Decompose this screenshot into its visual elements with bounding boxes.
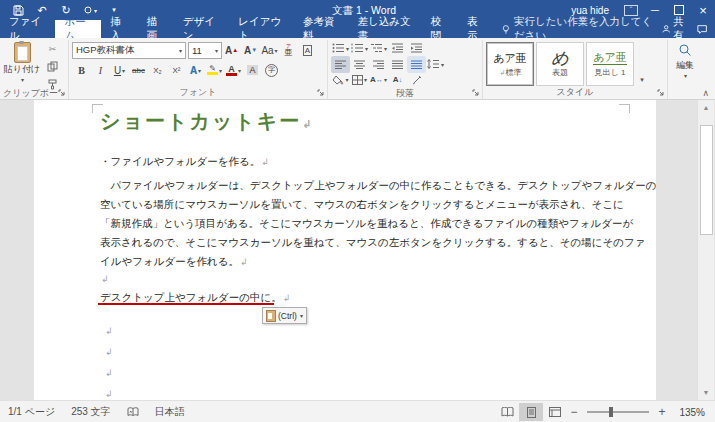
document-line[interactable]: パファイルやフォルダーは、デスクトップ上やフォルダーの中に作ることもできる。デス… — [100, 176, 656, 195]
multilevel-list-icon — [370, 43, 383, 53]
tab-design[interactable]: デザイン — [174, 20, 229, 38]
paint-bucket-icon — [332, 75, 344, 85]
align-right-button[interactable] — [369, 56, 388, 73]
zoom-out-button[interactable]: − — [567, 405, 581, 419]
scroll-up-arrow[interactable]: ▲ — [698, 100, 714, 115]
scrollbar-thumb[interactable] — [700, 125, 713, 235]
align-left-button[interactable] — [331, 56, 350, 73]
grow-font-button[interactable]: A▲ — [222, 42, 241, 59]
character-scale-button[interactable]: A↔▾ — [369, 71, 388, 88]
styles-dialog-launcher[interactable] — [657, 89, 665, 97]
document-line[interactable]: 表示されるので、そこにマウスカーソルを重ねて、マウスの左ボタンをクリックする。す… — [100, 233, 646, 252]
highlight-button[interactable]: ✎▾ — [205, 62, 224, 79]
tab-references[interactable]: 参考資料 — [294, 20, 349, 38]
tab-home[interactable]: ホーム — [55, 20, 101, 38]
decrease-indent-button[interactable] — [388, 40, 407, 57]
tab-view[interactable]: 表示 — [458, 20, 494, 38]
zoom-level[interactable]: 135% — [669, 407, 715, 418]
increase-indent-button[interactable] — [407, 40, 426, 57]
distribute-button[interactable] — [407, 56, 426, 73]
scissors-icon: ✂ — [49, 44, 57, 54]
text-boundary-corner-icon — [619, 104, 630, 113]
bullets-button[interactable]: ▾ — [331, 40, 350, 57]
tab-draw[interactable]: 描画 — [137, 20, 173, 38]
paste-options-clipboard-icon — [266, 310, 276, 322]
copy-button[interactable] — [43, 58, 62, 75]
editing-label: 編集 — [676, 59, 694, 72]
paste-button[interactable]: 貼り付け ▾ — [3, 40, 41, 83]
tab-layout[interactable]: レイアウト — [229, 20, 294, 38]
web-layout-button[interactable] — [543, 403, 567, 421]
style-heading1[interactable]: あア亜 見出し 1 — [586, 42, 634, 86]
justify-button[interactable] — [388, 56, 407, 73]
user-name[interactable]: yua hide — [571, 5, 609, 16]
collapse-ribbon-button[interactable]: ∧ — [702, 88, 709, 98]
zoom-slider[interactable] — [587, 411, 649, 413]
style-title[interactable]: め 表題 — [536, 42, 584, 86]
line-spacing-button[interactable]: ▾ — [426, 56, 445, 73]
change-case-button[interactable]: Aa▾ — [260, 42, 279, 59]
comment-icon[interactable] — [697, 24, 707, 35]
tell-me-box[interactable]: 実行したい作業を入力してください — [502, 20, 662, 38]
paragraph-group: ▾ ▾ ▾ ▾ ▾ ▾ A↔▾ A — [328, 40, 483, 99]
word-count-indicator[interactable]: 253 文字 — [63, 401, 118, 422]
subscript-button[interactable]: X₂ — [148, 62, 167, 79]
zoom-in-button[interactable]: + — [655, 405, 669, 419]
borders-icon — [352, 75, 363, 85]
ribbon-display-icon: ⌃ — [624, 5, 638, 16]
strikethrough-button[interactable]: abc — [129, 62, 148, 79]
font-color-button[interactable]: A▾ — [224, 62, 243, 79]
document-line[interactable]: イルやフォルダーを作れる。↲ — [100, 252, 248, 271]
superscript-button[interactable]: X² — [167, 62, 186, 79]
tab-mailings[interactable]: 差し込み文書 — [348, 20, 421, 38]
document-page[interactable]: ショートカットキー↲ ・ファイルやフォルダーを作る。↲ パファイルやフォルダーは… — [34, 100, 656, 400]
zoom-slider-thumb[interactable] — [609, 407, 613, 417]
tab-file[interactable]: ファイル — [0, 20, 55, 38]
font-name-select[interactable]: HGP教科書体▾ — [72, 42, 186, 59]
clipboard-dialog-launcher[interactable] — [58, 89, 66, 97]
document-line[interactable]: 空いている場所にマウスカーソルを置いて、マウスの右ボタンをクリックするとメニュー… — [100, 195, 624, 214]
multilevel-list-button[interactable]: ▾ — [369, 40, 388, 57]
document-area: ショートカットキー↲ ・ファイルやフォルダーを作る。↲ パファイルやフォルダーは… — [0, 100, 715, 400]
numbering-button[interactable]: ▾ — [350, 40, 369, 57]
ruby-button[interactable]: ア亜 — [279, 42, 298, 59]
page-number-indicator[interactable]: 1/1 ページ — [0, 401, 63, 422]
text-effects-button[interactable]: A▾ — [186, 62, 205, 79]
enclose-characters-icon: 字 — [265, 64, 278, 77]
underline-button[interactable]: U▾ — [110, 62, 129, 79]
align-center-icon — [354, 60, 366, 69]
editing-group[interactable]: 編集 ▾ — [668, 40, 702, 99]
character-shading-button[interactable]: A — [243, 62, 262, 79]
paste-options-button[interactable]: (Ctrl) ▾ — [262, 307, 307, 324]
language-indicator[interactable]: 日本語 — [147, 401, 193, 422]
styles-gallery-more-button[interactable]: ▾ — [636, 42, 648, 84]
document-line[interactable]: 「新規作成」という項目がある。そこにマウスカーソルを重ねると、作成できるファイル… — [100, 214, 633, 233]
read-mode-button[interactable] — [495, 403, 519, 421]
italic-button[interactable]: I — [91, 62, 110, 79]
style-normal[interactable]: あア亜 ↲標準 — [486, 42, 534, 86]
shrink-font-button[interactable]: A▼ — [241, 42, 260, 59]
sort-button[interactable]: A↓ — [388, 71, 407, 88]
bold-button[interactable]: B — [72, 62, 91, 79]
font-size-select[interactable]: 11▾ — [188, 42, 222, 59]
formatting-marks-button[interactable] — [407, 71, 426, 88]
tab-review[interactable]: 校閲 — [422, 20, 458, 38]
shading-button[interactable]: ▾ — [331, 71, 350, 88]
maximize-icon — [674, 5, 684, 15]
borders-button[interactable]: ▾ — [350, 71, 369, 88]
font-dialog-launcher[interactable] — [317, 89, 325, 97]
character-border-button[interactable]: A — [298, 42, 317, 59]
align-center-button[interactable] — [350, 56, 369, 73]
document-heading[interactable]: ショートカットキー↲ — [100, 108, 314, 135]
close-button[interactable]: × — [691, 0, 715, 20]
ribbon-home: 貼り付け ▾ ✂ クリップボード HGP教 — [0, 38, 715, 100]
enclose-characters-button[interactable]: 字 — [262, 62, 281, 79]
scroll-down-arrow[interactable]: ▼ — [698, 385, 714, 400]
proofing-status[interactable] — [119, 401, 147, 422]
tab-insert[interactable]: 挿入 — [101, 20, 137, 38]
document-line[interactable]: ・ファイルやフォルダーを作る。↲ — [100, 152, 269, 171]
cut-button[interactable]: ✂ — [43, 40, 62, 57]
paragraph-dialog-launcher[interactable] — [472, 89, 480, 97]
vertical-scrollbar[interactable]: ▲ ▼ — [697, 100, 714, 400]
print-layout-button[interactable] — [519, 403, 543, 421]
